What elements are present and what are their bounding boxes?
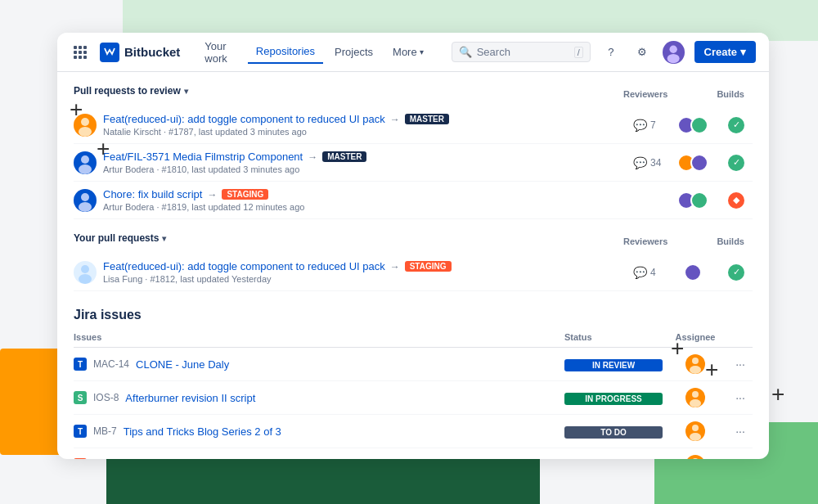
create-arrow-icon: ▾ <box>740 46 746 58</box>
pr2-comments: 💬 34 <box>633 156 666 169</box>
pr2-badge: MASTER <box>322 151 366 162</box>
jira-status-ios15: TO DO <box>564 457 663 459</box>
pr1-build: ✓ <box>720 117 753 133</box>
svg-point-9 <box>79 274 92 284</box>
pr3-badge: STAGING <box>222 189 268 200</box>
svg-point-8 <box>81 265 89 273</box>
nav-repositories[interactable]: Repositories <box>248 40 323 64</box>
plus-decoration-3: + <box>671 337 684 360</box>
your-pr-row-1: Feat(reduced-ui): add toggle component t… <box>74 254 753 291</box>
pr2-avatar <box>74 151 97 174</box>
pr4-reviewers <box>672 263 713 281</box>
comment-icon: 💬 <box>633 119 647 132</box>
pr3-title: Chore: fix build script → STAGING <box>103 188 627 200</box>
settings-button[interactable]: ⚙ <box>631 41 653 64</box>
search-box[interactable]: 🔍 Search / <box>452 42 591 62</box>
svg-point-16 <box>692 458 699 459</box>
status-badge-mb7: TO DO <box>564 426 663 439</box>
pr-row-1: Feat(reduced-ui): add toggle component t… <box>74 106 753 144</box>
svg-point-10 <box>692 358 699 364</box>
pr3-info: Chore: fix build script → STAGING Artur … <box>103 188 627 212</box>
pr-to-review-arrow: ▾ <box>184 87 188 96</box>
logo-icon <box>100 43 119 62</box>
svg-point-14 <box>692 425 699 431</box>
pr3-avatar <box>74 189 97 212</box>
status-badge-mac14: IN REVIEW <box>564 359 663 371</box>
plus-decoration-2: + <box>97 137 110 160</box>
jira-issue-mb7: T MB-7 Tips and Tricks Blog Series 2 of … <box>74 425 564 438</box>
pr-to-review-title: Pull requests to review <box>74 85 181 97</box>
pr4-comments: 💬 4 <box>633 266 666 279</box>
pr3-reviewers <box>672 191 713 209</box>
jira-bug-icon: ! <box>74 458 87 459</box>
pr1-badge: MASTER <box>405 114 449 124</box>
jira-task-icon: T <box>74 358 87 371</box>
main-content: Pull requests to review ▾ Reviewers Buil… <box>57 72 769 459</box>
svg-point-7 <box>79 202 92 212</box>
pr2-reviewers <box>672 154 713 172</box>
user-avatar[interactable] <box>663 41 684 64</box>
main-nav: Your work Repositories Projects More ▾ <box>196 35 431 70</box>
pr-to-review-header: Pull requests to review ▾ <box>74 85 188 97</box>
pr4-badge: STAGING <box>405 261 452 272</box>
jira-more-ios15[interactable]: ··· <box>728 458 753 459</box>
build-success-icon: ✓ <box>728 117 744 133</box>
pr4-build: ✓ <box>720 264 753 281</box>
jira-status-mac14: IN REVIEW <box>564 357 663 371</box>
pr1-info: Feat(reduced-ui): add toggle component t… <box>103 113 627 137</box>
nav-more[interactable]: More ▾ <box>384 41 432 63</box>
logo-text: Bitbucket <box>124 45 180 59</box>
logo[interactable]: Bitbucket <box>100 43 180 62</box>
pr3-arrow: → <box>207 189 217 200</box>
help-button[interactable]: ? <box>600 41 622 64</box>
jira-row-mb7: T MB-7 Tips and Tricks Blog Series 2 of … <box>74 415 753 448</box>
jira-status-mb7: TO DO <box>564 424 663 439</box>
jira-title: Jira issues <box>74 308 753 322</box>
jira-task-icon-2: T <box>74 425 87 438</box>
jira-section: Jira issues Issues Status Assignee T MAC… <box>74 308 753 459</box>
your-pr-header: Your pull requests ▾ <box>74 232 166 244</box>
pr2-meta: Artur Bodera · #1810, last updated 3 min… <box>103 164 627 174</box>
pr4-meta: Lisa Fung · #1812, last updated Yesterda… <box>103 274 627 284</box>
jira-more-ios8[interactable]: ··· <box>728 391 753 404</box>
pr4-title: Feat(reduced-ui): add toggle component t… <box>103 260 627 272</box>
pr1-title: Feat(reduced-ui): add toggle component t… <box>103 113 627 125</box>
svg-point-15 <box>690 433 701 441</box>
jira-more-mb7[interactable]: ··· <box>728 425 753 438</box>
pr2-arrow: → <box>308 151 317 163</box>
jira-assignee-ios15 <box>663 455 728 459</box>
your-pr-section: Your pull requests ▾ Reviewers Builds Fe… <box>74 232 753 291</box>
nav-projects[interactable]: Projects <box>326 41 381 63</box>
search-placeholder: Search <box>477 46 569 58</box>
svg-point-0 <box>670 45 677 52</box>
create-button[interactable]: Create ▾ <box>694 41 756 63</box>
svg-point-1 <box>667 53 680 62</box>
pr4-info: Feat(reduced-ui): add toggle component t… <box>103 260 627 284</box>
jira-assignee-mb7 <box>663 421 728 441</box>
pr-row-2: Feat/FIL-3571 Media Filmstrip Component … <box>74 144 753 182</box>
build-success-icon: ✓ <box>728 155 744 171</box>
your-pr-title: Your pull requests <box>74 232 159 244</box>
nav-your-work[interactable]: Your work <box>196 35 244 70</box>
svg-point-6 <box>81 193 89 201</box>
svg-point-5 <box>79 164 92 174</box>
jira-table-header: Issues Status Assignee <box>74 332 753 348</box>
jira-story-icon: S <box>74 391 87 404</box>
pr1-reviewers <box>672 116 713 134</box>
jira-more-mac14[interactable]: ··· <box>728 358 753 371</box>
pr1-comments: 💬 7 <box>633 119 666 132</box>
svg-point-13 <box>690 399 701 407</box>
jira-issue-mac14: T MAC-14 CLONE - June Daly <box>74 358 564 371</box>
jira-issue-ios15: ! IOS-15 Customers reporting shoping car… <box>74 458 564 459</box>
app-switcher-icon[interactable] <box>70 43 90 62</box>
navbar: Bitbucket Your work Repositories Project… <box>57 33 769 72</box>
pr2-build: ✓ <box>720 155 753 171</box>
bg-green-bottom <box>106 455 540 504</box>
jira-assignee-ios8 <box>663 388 728 407</box>
plus-decoration-4: + <box>705 358 718 381</box>
plus-decoration-5: + <box>771 383 784 406</box>
pr1-meta: Natalie Kirscht · #1787, last updated 3 … <box>103 127 627 137</box>
pr-to-review-section: Pull requests to review ▾ Reviewers Buil… <box>74 85 753 219</box>
status-badge-ios8: IN PROGRESS <box>564 393 663 405</box>
plus-decoration-1: + <box>70 98 83 121</box>
